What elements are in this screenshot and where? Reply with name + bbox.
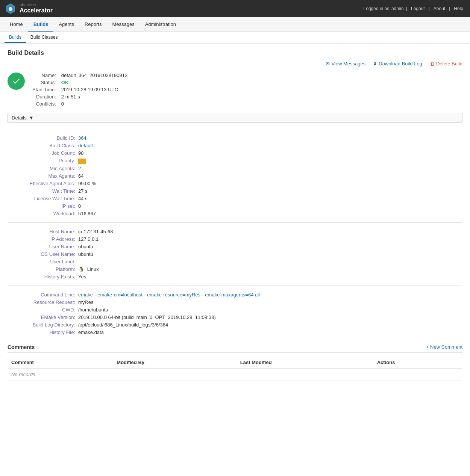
os-user-name-label: OS User Name: [8, 251, 75, 257]
job-count-value: 98 [78, 150, 462, 156]
max-agents-value: 64 [78, 173, 462, 179]
effective-agent-alloc-value: 99.00 % [78, 181, 462, 186]
sep1: | [406, 6, 407, 11]
details-dropdown-label: Details [12, 115, 27, 121]
os-user-name-value: ubuntu [78, 251, 462, 257]
user-label-label: User Label: [8, 259, 75, 264]
nav-administration[interactable]: Administration [140, 17, 181, 32]
help-link[interactable]: Help [452, 6, 465, 11]
logo-icon [5, 3, 17, 15]
details-dropdown[interactable]: Details ▼ [8, 113, 462, 123]
divider-3 [8, 286, 462, 286]
job-count-label: Job Count: [8, 150, 75, 156]
history-file-label: History File: [8, 329, 75, 335]
duration-value: 2 m 51 s [61, 94, 127, 100]
command-details-section: Command Line: emake --emake-cm=localhost… [8, 292, 462, 335]
about-link[interactable]: About [431, 6, 447, 11]
view-messages-link[interactable]: ✉ View Messages [326, 61, 365, 66]
command-line-link[interactable]: emake --emake-cm=localhost --emake-resou… [78, 292, 260, 298]
chevron-down-icon: ▼ [29, 115, 34, 121]
build-fields: Name: default_364_20191028190913 Status:… [32, 73, 127, 107]
resource-request-value: myRes [78, 299, 462, 305]
comments-table-head: Comment Modified By Last Modified Action… [8, 357, 462, 369]
min-agents-value: 2 [78, 166, 462, 171]
nav-messages[interactable]: Messages [107, 17, 139, 32]
nav-reports[interactable]: Reports [79, 17, 107, 32]
history-exists-label: History Exists: [8, 274, 75, 280]
envelope-icon: ✉ [326, 61, 330, 66]
ip-address-label: IP Address: [8, 236, 75, 242]
platform-label: Platform: [8, 266, 75, 272]
cwd-value: /home/ubuntu [78, 307, 462, 313]
license-wait-time-label: License Wait Time: [8, 196, 75, 201]
build-id-label: Build ID: [8, 135, 75, 141]
main-nav: Home Builds Agents Reports Messages Admi… [0, 17, 470, 32]
start-time-label: Start Time: [32, 87, 58, 92]
duration-label: Duration: [32, 94, 58, 100]
wait-time-label: Wait Time: [8, 188, 75, 194]
status-value: OK [61, 80, 127, 85]
subnav-build-classes[interactable]: Build Classes [26, 32, 62, 43]
build-log-directory-label: Build Log Directory: [8, 322, 75, 328]
workload-label: Workload: [8, 211, 75, 216]
license-wait-time-value: 44 s [78, 196, 462, 201]
name-label: Name: [32, 73, 58, 78]
logged-in-text: Logged in as 'admin' [364, 6, 405, 11]
platform-value: 🐧 Linux [78, 266, 462, 272]
history-exists-value: Yes [78, 274, 462, 280]
host-name-label: Host Name: [8, 229, 75, 234]
host-details-section: Host Name: ip-172-31-45-68 IP Address: 1… [8, 229, 462, 280]
command-line-label: Command Line: [8, 292, 75, 298]
conflicts-label: Conflicts: [32, 101, 58, 107]
status-icon-ok [8, 73, 25, 90]
col-actions: Actions [373, 357, 462, 369]
max-agents-label: Max Agents: [8, 173, 75, 179]
page-title: Build Details [8, 50, 462, 56]
linux-icon: 🐧 [78, 266, 84, 272]
nav-agents[interactable]: Agents [53, 17, 79, 32]
content: Build Details ✉ View Messages ⬇ Download… [0, 44, 470, 387]
delete-build-link[interactable]: 🗑 Delete Build [430, 61, 462, 66]
host-name-value: ip-172-31-45-68 [78, 229, 462, 234]
action-bar: ✉ View Messages ⬇ Download Build Log 🗑 D… [8, 61, 462, 66]
divider-1 [8, 129, 462, 129]
status-label: Status: [32, 80, 58, 85]
logout-link[interactable]: Logout [409, 6, 427, 11]
start-time-value: 2019-10-28 19:09:13 UTC [61, 87, 127, 92]
col-comment: Comment [8, 357, 113, 369]
build-details-grid: Build ID: 364 Build Class: default Job C… [8, 135, 462, 216]
resource-request-label: Resource Request: [8, 299, 75, 305]
sep2: | [429, 6, 430, 11]
user-label-value [78, 259, 462, 264]
workload-value: 516.867 [78, 211, 462, 216]
build-class-value: default [78, 143, 462, 148]
top-nav-right: Logged in as 'admin' | Logout | About | … [364, 6, 465, 11]
col-modified-by: Modified By [113, 357, 236, 369]
build-class-label: Build Class: [8, 143, 75, 148]
build-id-link[interactable]: 364 [78, 135, 86, 141]
trash-icon: 🗑 [430, 61, 435, 66]
new-comment-link[interactable]: + New Comment [426, 344, 462, 350]
checkmark-icon [12, 77, 21, 86]
nav-home[interactable]: Home [5, 17, 28, 32]
comments-table-header-row: Comment Modified By Last Modified Action… [8, 357, 462, 369]
subnav-builds[interactable]: Builds [5, 32, 26, 43]
priority-icon [78, 159, 86, 164]
comments-header: Comments + New Comment [8, 344, 462, 353]
no-records-row: No records [8, 368, 462, 380]
cwd-label: CWD: [8, 307, 75, 313]
no-records-text: No records [11, 368, 35, 381]
command-details-grid: Command Line: emake --emake-cm=localhost… [8, 292, 462, 335]
divider-2 [8, 222, 462, 223]
build-id-value: 364 [78, 135, 462, 141]
name-value: default_364_20191028190913 [61, 73, 127, 78]
download-icon: ⬇ [373, 61, 377, 66]
user-name-label: User Name: [8, 244, 75, 249]
logo-product: Accelerator [20, 7, 53, 14]
build-class-link[interactable]: default [78, 143, 93, 148]
nav-builds[interactable]: Builds [28, 17, 54, 32]
min-agents-label: Min Agents: [8, 166, 75, 171]
sep3: | [449, 6, 450, 11]
comments-table-body: No records [8, 368, 462, 380]
download-build-log-link[interactable]: ⬇ Download Build Log [373, 61, 422, 66]
